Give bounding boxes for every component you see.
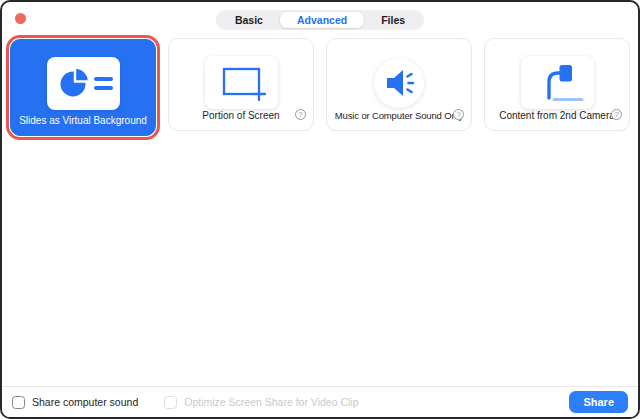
tab-files[interactable]: Files (364, 12, 422, 28)
portion-of-screen-icon (205, 56, 278, 109)
option-computer-sound-only[interactable]: Music or Computer Sound Only ? (326, 38, 472, 131)
help-icon[interactable]: ? (453, 109, 464, 120)
option-label: Music or Computer Sound Only (335, 110, 463, 121)
checkbox-box[interactable] (12, 396, 25, 409)
option-portion-of-screen[interactable]: Portion of Screen ? (168, 38, 314, 131)
close-button[interactable] (15, 13, 26, 24)
checkbox-box (164, 396, 177, 409)
second-camera-icon (521, 56, 594, 109)
checkbox-label: Share computer sound (32, 396, 138, 408)
option-slides-virtual-background[interactable]: Slides as Virtual Background (10, 39, 156, 136)
computer-sound-icon (374, 58, 424, 108)
tab-advanced[interactable]: Advanced (280, 12, 364, 28)
slides-virtual-background-icon (47, 57, 120, 110)
share-mode-tabs: Basic Advanced Files (216, 10, 424, 30)
share-options-grid: Slides as Virtual Background Portion of … (10, 38, 630, 136)
option-label: Content from 2nd Camera (499, 110, 615, 121)
help-icon[interactable]: ? (295, 109, 306, 120)
share-dialog-window: Basic Advanced Files Slides as Virtual B… (0, 0, 640, 419)
tab-basic[interactable]: Basic (218, 12, 280, 28)
help-icon[interactable]: ? (611, 109, 622, 120)
footer-bar: Share computer sound Optimize Screen Sha… (2, 386, 638, 417)
optimize-video-clip-checkbox: Optimize Screen Share for Video Clip (164, 396, 358, 409)
option-content-2nd-camera[interactable]: Content from 2nd Camera ? (484, 38, 630, 131)
share-computer-sound-checkbox[interactable]: Share computer sound (12, 396, 138, 409)
option-label: Portion of Screen (202, 110, 279, 121)
checkbox-label: Optimize Screen Share for Video Clip (184, 396, 358, 408)
option-label: Slides as Virtual Background (19, 115, 147, 126)
share-button[interactable]: Share (569, 391, 628, 413)
